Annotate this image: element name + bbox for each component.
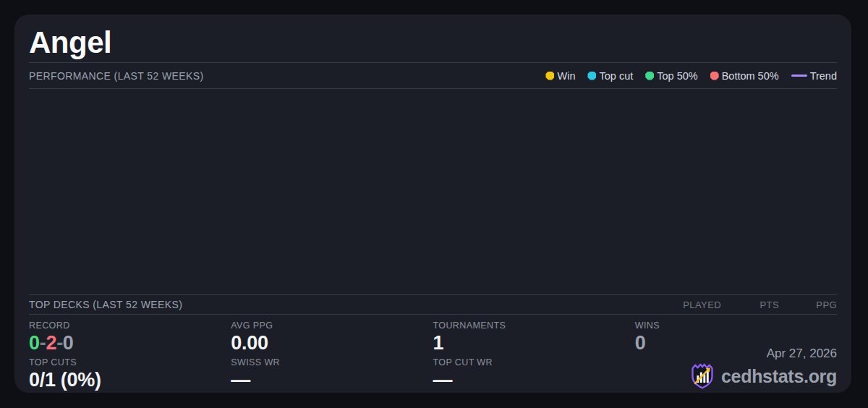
record-losses: 2 (46, 332, 56, 354)
top-decks-section-title: TOP DECKS (LAST 52 WEEKS) (29, 299, 182, 310)
record-wins: 0 (29, 332, 40, 354)
stat-tournaments: TOURNAMENTS 1 (433, 320, 635, 354)
stat-record: RECORD 0-2-0 (29, 320, 231, 354)
stat-label-wins: WINS (635, 320, 837, 331)
performance-header-row: PERFORMANCE (LAST 52 WEEKS) Win Top cut … (29, 62, 837, 89)
legend-item-top-50: Top 50% (645, 70, 697, 82)
stat-top-cut-wr: TOP CUT WR — (433, 357, 635, 391)
stat-value-top-cut-wr: — (433, 369, 635, 391)
chart-legend: Win Top cut Top 50% Bottom 50% Trend (545, 70, 837, 82)
top-decks-column-headers: PLAYED PTS PPG (663, 299, 837, 310)
legend-label: Trend (810, 70, 837, 82)
stat-top-cuts: TOP CUTS 0/1 (0%) (29, 357, 231, 391)
legend-item-bottom-50: Bottom 50% (710, 70, 779, 82)
legend-item-top-cut: Top cut (587, 70, 633, 82)
column-header-ppg: PPG (779, 299, 837, 310)
performance-chart-area (29, 89, 837, 294)
footer-date: Apr 27, 2026 (689, 347, 837, 361)
cedhstats-shield-logo-icon (689, 362, 715, 390)
legend-label: Win (557, 70, 575, 82)
stat-label-record: RECORD (29, 320, 231, 331)
record-separator: - (56, 332, 63, 354)
stat-value-swiss-wr: — (231, 369, 433, 391)
stat-label-top-cut-wr: TOP CUT WR (433, 357, 635, 367)
stat-label-swiss-wr: SWISS WR (231, 357, 433, 367)
stat-value-top-cuts: 0/1 (0%) (29, 369, 231, 391)
legend-item-trend: Trend (791, 70, 837, 82)
top-decks-header-row: TOP DECKS (LAST 52 WEEKS) PLAYED PTS PPG (29, 294, 837, 315)
stat-label-tournaments: TOURNAMENTS (433, 320, 635, 331)
legend-item-win: Win (545, 70, 575, 82)
legend-label: Top 50% (657, 70, 697, 82)
page-title: Angel (29, 26, 837, 62)
top-cut-dot-icon (587, 72, 596, 80)
stat-value-tournaments: 1 (433, 332, 635, 354)
trend-line-icon (791, 75, 807, 77)
top-50-dot-icon (645, 72, 654, 80)
legend-label: Top cut (599, 70, 633, 82)
performance-section-title: PERFORMANCE (LAST 52 WEEKS) (29, 70, 204, 82)
brand-row[interactable]: cedhstats.org (689, 362, 837, 390)
record-draws: 0 (63, 332, 74, 354)
stat-label-avg-ppg: AVG PPG (231, 320, 433, 331)
column-header-pts: PTS (721, 299, 779, 310)
bottom-50-dot-icon (710, 72, 719, 80)
stat-label-top-cuts: TOP CUTS (29, 357, 231, 367)
stats-card: Angel PERFORMANCE (LAST 52 WEEKS) Win To… (14, 14, 851, 393)
legend-label: Bottom 50% (722, 70, 779, 82)
brand-name[interactable]: cedhstats.org (721, 366, 837, 387)
win-dot-icon (545, 72, 554, 80)
stat-swiss-wr: SWISS WR — (231, 357, 433, 391)
column-header-played: PLAYED (663, 299, 721, 310)
card-footer: Apr 27, 2026 cedhstats.org (689, 347, 837, 390)
stat-value-avg-ppg: 0.00 (231, 332, 433, 354)
stat-value-record: 0-2-0 (29, 332, 231, 354)
stat-avg-ppg: AVG PPG 0.00 (231, 320, 433, 354)
